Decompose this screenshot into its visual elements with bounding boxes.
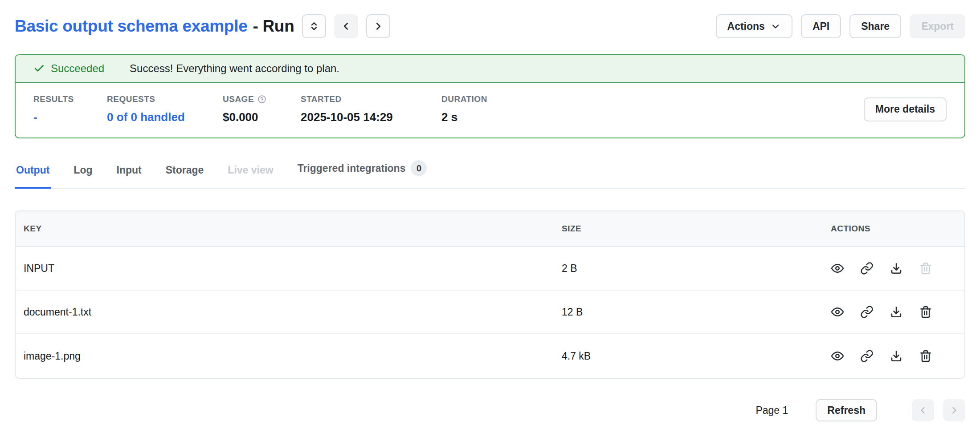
title-group: Basic output schema example - Run — [15, 14, 390, 38]
next-page-button — [943, 399, 965, 421]
status-badge: Succeeded — [33, 62, 104, 75]
run-detail-page: Basic output schema example - Run Action… — [0, 0, 980, 421]
run-status-card: Succeeded Success! Everything went accor… — [15, 54, 965, 138]
column-header-actions: Actions — [831, 224, 956, 234]
next-run-button[interactable] — [366, 14, 390, 38]
stat-requests: Requests 0 of 0 handled — [107, 94, 223, 124]
triggered-integrations-count-badge: 0 — [411, 160, 427, 176]
tab-log[interactable]: Log — [72, 164, 94, 189]
share-button[interactable]: Share — [849, 14, 901, 38]
stat-started-value: 2025-10-05 14:29 — [301, 110, 441, 124]
status-banner: Succeeded Success! Everything went accor… — [16, 55, 964, 83]
stat-started-label: Started — [301, 94, 441, 104]
chevron-left-icon — [918, 405, 928, 416]
tab-triggered-integrations-label: Triggered integrations — [298, 162, 406, 174]
status-message: Success! Everything went according to pl… — [130, 62, 339, 75]
chevron-right-icon — [372, 20, 384, 32]
stat-requests-label: Requests — [107, 94, 223, 104]
download-button[interactable] — [890, 349, 903, 363]
tab-storage[interactable]: Storage — [164, 164, 205, 189]
download-button[interactable] — [890, 305, 903, 319]
check-icon — [33, 63, 45, 74]
api-button[interactable]: API — [801, 14, 841, 38]
chevron-right-icon — [949, 405, 960, 416]
link-icon — [860, 262, 874, 275]
row-key[interactable]: document-1.txt — [24, 306, 562, 318]
download-button[interactable] — [890, 262, 903, 275]
preview-button[interactable] — [831, 349, 844, 363]
row-size: 2 B — [562, 263, 831, 275]
row-actions — [831, 262, 956, 275]
tab-live-view: Live view — [226, 164, 274, 189]
copy-link-button[interactable] — [860, 349, 874, 363]
eye-icon — [831, 305, 844, 319]
actions-dropdown-button[interactable]: Actions — [716, 14, 792, 38]
row-key[interactable]: INPUT — [24, 263, 562, 275]
delete-button[interactable] — [919, 349, 932, 363]
row-actions — [831, 305, 956, 319]
stat-results-value[interactable]: - — [33, 110, 107, 124]
trash-icon — [919, 349, 932, 363]
refresh-button[interactable]: Refresh — [816, 399, 877, 421]
download-icon — [890, 305, 903, 319]
previous-run-button[interactable] — [334, 14, 358, 38]
actor-title-link[interactable]: Basic output schema example — [15, 17, 247, 36]
stat-usage-label: Usage — [223, 94, 301, 104]
delete-button[interactable] — [919, 305, 932, 319]
preview-button[interactable] — [831, 262, 844, 275]
eye-icon — [831, 262, 844, 275]
tab-output-label: Output — [16, 164, 49, 176]
tab-input-label: Input — [117, 164, 142, 176]
api-button-label: API — [813, 20, 829, 32]
run-tabs: Output Log Input Storage Live view Trigg… — [15, 160, 965, 189]
row-size: 12 B — [562, 306, 831, 318]
link-icon — [860, 305, 874, 319]
row-key[interactable]: image-1.png — [24, 350, 562, 362]
stat-usage-label-text: Usage — [223, 94, 254, 104]
share-button-label: Share — [861, 20, 890, 32]
column-header-key: Key — [24, 224, 562, 234]
page-indicator: Page 1 — [755, 405, 788, 417]
actions-dropdown-label: Actions — [727, 20, 765, 32]
preview-button[interactable] — [831, 305, 844, 319]
top-bar: Basic output schema example - Run Action… — [15, 12, 965, 40]
stat-usage-value: $0.000 — [223, 110, 301, 124]
run-selector-button[interactable] — [302, 14, 326, 38]
pagination-bar: Page 1 Refresh — [15, 399, 965, 421]
stat-duration-value: 2 s — [441, 110, 864, 124]
tab-input[interactable]: Input — [115, 164, 143, 189]
table-row: image-1.png 4.7 kB — [16, 334, 964, 378]
row-actions — [831, 349, 956, 363]
previous-page-button — [912, 399, 934, 421]
tab-triggered-integrations[interactable]: Triggered integrations 0 — [296, 160, 429, 189]
output-table: Key Size Actions INPUT 2 B document-1.tx… — [15, 210, 965, 379]
download-icon — [890, 262, 903, 275]
eye-icon — [831, 349, 844, 363]
table-header-row: Key Size Actions — [16, 211, 964, 247]
help-circle-icon[interactable] — [257, 95, 266, 104]
column-header-size: Size — [562, 224, 831, 234]
run-stats: Results - Requests 0 of 0 handled Usage … — [16, 83, 964, 138]
header-actions: Actions API Share Export — [716, 14, 965, 38]
title-run-suffix: - Run — [253, 17, 294, 36]
chevron-left-icon — [340, 20, 352, 32]
table-row: document-1.txt 12 B — [16, 291, 964, 334]
stat-requests-value-link[interactable]: 0 of 0 handled — [107, 110, 223, 124]
table-row: INPUT 2 B — [16, 247, 964, 291]
tab-live-view-label: Live view — [228, 164, 273, 176]
tab-storage-label: Storage — [166, 164, 204, 176]
stat-duration-label: Duration — [441, 94, 864, 104]
stat-duration: Duration 2 s — [441, 94, 864, 124]
more-details-button[interactable]: More details — [864, 97, 947, 121]
copy-link-button[interactable] — [860, 305, 874, 319]
stat-started: Started 2025-10-05 14:29 — [301, 94, 441, 124]
export-button: Export — [910, 14, 965, 38]
copy-link-button[interactable] — [860, 262, 874, 275]
more-details-wrap: More details — [864, 97, 947, 121]
trash-icon — [919, 262, 932, 275]
chevrons-up-down-icon — [308, 20, 320, 32]
tab-output[interactable]: Output — [15, 164, 51, 189]
more-details-label: More details — [875, 103, 935, 115]
stat-results: Results - — [33, 94, 107, 124]
delete-button — [919, 262, 932, 275]
